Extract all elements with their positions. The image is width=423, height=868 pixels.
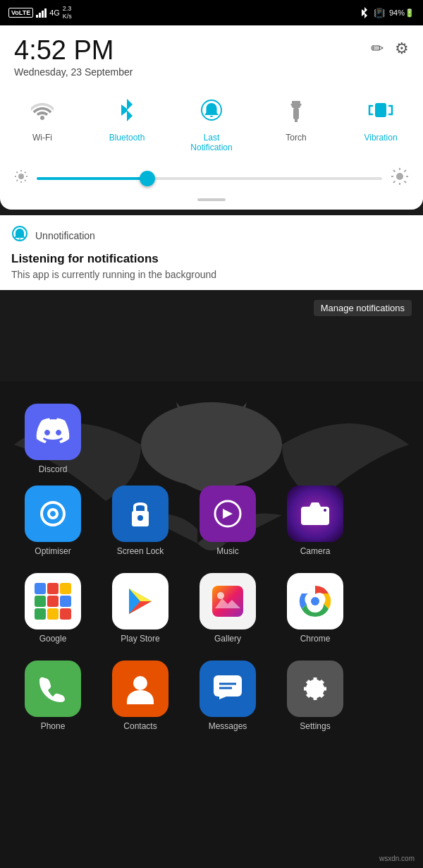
app-row-3: Google Play Store	[14, 573, 409, 644]
chrome-label: Chrome	[300, 634, 331, 644]
svg-point-2	[137, 515, 143, 521]
lastnotification-label: Last Notification	[190, 133, 232, 153]
svg-rect-17	[214, 675, 242, 697]
svg-rect-21	[292, 101, 300, 104]
app-screenlock[interactable]: Screen Lock	[102, 486, 179, 556]
gallery-label: Gallery	[214, 634, 241, 644]
gallery-icon	[200, 573, 256, 629]
music-icon	[200, 486, 256, 542]
svg-point-16	[133, 676, 147, 690]
qs-datetime: 4:52 PM Wednesday, 23 September	[14, 37, 133, 78]
music-label: Music	[216, 546, 238, 556]
svg-line-39	[393, 181, 396, 183]
google-icon	[25, 573, 81, 629]
qs-drag-handle[interactable]	[197, 198, 226, 201]
qs-action-icons: ✏ ⚙	[371, 40, 409, 58]
contacts-label: Contacts	[123, 721, 157, 731]
svg-line-40	[405, 170, 407, 172]
svg-point-7	[324, 509, 326, 512]
app-row-4: Phone Contacts Messages	[14, 661, 409, 731]
discord-label: Discord	[39, 464, 68, 474]
vibration-label: Vibration	[364, 133, 397, 143]
phone-icon	[25, 661, 81, 717]
app-phone[interactable]: Phone	[14, 661, 92, 731]
torch-toggle-icon	[278, 92, 314, 128]
notif-header: Unnotification	[11, 225, 412, 246]
messages-label: Messages	[209, 721, 247, 731]
manage-notifications-button[interactable]: Manage notifications	[314, 300, 412, 316]
app-messages[interactable]: Messages	[189, 661, 266, 731]
toggle-bluetooth[interactable]: Bluetooth	[99, 92, 155, 143]
qs-header: 4:52 PM Wednesday, 23 September ✏ ⚙	[14, 37, 409, 78]
vibration-toggle-icon	[362, 92, 399, 128]
svg-line-31	[25, 172, 26, 174]
svg-point-11	[217, 592, 224, 599]
app-google[interactable]: Google	[14, 573, 92, 644]
camera-icon	[287, 486, 343, 542]
brightness-thumb[interactable]	[140, 171, 155, 186]
app-grid: Discord Optimiser Screen Lock	[0, 404, 423, 748]
network-type: 4G	[49, 8, 60, 17]
qs-date: Wednesday, 23 September	[14, 66, 133, 78]
status-bar: VoLTE 4G 2.3 K/s 📳 94%🔋	[0, 0, 423, 25]
app-playstore[interactable]: Play Store	[102, 573, 179, 644]
notification-panel: 4:52 PM Wednesday, 23 September ✏ ⚙	[0, 25, 423, 316]
svg-rect-22	[375, 103, 386, 117]
phone-label: Phone	[41, 721, 66, 731]
vibration-status-icon: 📳	[374, 8, 385, 18]
svg-line-28	[17, 172, 18, 174]
data-speed: 2.3 K/s	[63, 5, 72, 20]
optimiser-label: Optimiser	[35, 546, 70, 556]
screenlock-icon	[112, 486, 168, 542]
battery-icon: 94%🔋	[389, 8, 415, 18]
brightness-high-icon	[391, 167, 409, 190]
status-bar-left: VoLTE 4G 2.3 K/s	[8, 5, 72, 20]
svg-rect-10	[212, 586, 243, 617]
svg-line-38	[405, 181, 407, 183]
app-chrome[interactable]: Chrome	[276, 573, 354, 644]
contacts-icon	[112, 661, 168, 717]
notif-title: Listening for notifications	[11, 252, 412, 266]
bluetooth-label: Bluetooth	[109, 133, 145, 143]
settings-icon[interactable]: ⚙	[395, 40, 409, 58]
app-music[interactable]: Music	[189, 486, 266, 556]
notif-app-name: Unnotification	[35, 230, 95, 241]
brightness-row	[14, 167, 409, 190]
svg-point-23	[18, 174, 24, 179]
app-settings[interactable]: Settings	[276, 661, 354, 731]
notif-description: This app is currently running in the bac…	[11, 269, 412, 280]
app-optimiser[interactable]: Optimiser	[14, 486, 92, 556]
watermark: wsxdn.com	[379, 855, 415, 862]
svg-line-29	[25, 180, 26, 181]
svg-point-15	[311, 597, 319, 605]
manage-notifications-row: Manage notifications	[0, 296, 423, 316]
app-row-1: Discord	[14, 404, 409, 474]
app-camera[interactable]: Camera	[276, 486, 354, 556]
edit-icon[interactable]: ✏	[371, 40, 384, 58]
toggle-wifi[interactable]: Wi-Fi	[14, 92, 70, 143]
chrome-icon	[287, 573, 343, 629]
bluetooth-status-icon	[360, 7, 369, 18]
toggle-torch[interactable]: Torch	[268, 92, 324, 143]
app-discord[interactable]: Discord	[14, 404, 92, 474]
torch-label: Torch	[286, 133, 306, 143]
notification-card: Unnotification Listening for notificatio…	[0, 215, 423, 290]
svg-line-37	[393, 170, 396, 172]
signal-bars	[36, 8, 47, 18]
google-label: Google	[39, 634, 67, 644]
wifi-toggle-icon	[24, 92, 61, 128]
discord-icon	[25, 404, 81, 460]
app-contacts[interactable]: Contacts	[102, 661, 179, 731]
svg-line-30	[17, 180, 18, 181]
toggle-vibration[interactable]: Vibration	[352, 92, 409, 143]
volte-badge: VoLTE	[8, 8, 33, 18]
playstore-icon	[112, 573, 168, 629]
notif-app-icon	[11, 225, 28, 246]
app-gallery[interactable]: Gallery	[189, 573, 266, 644]
toggle-lastnotification[interactable]: Last Notification	[183, 92, 240, 153]
settings-app-label: Settings	[300, 721, 330, 731]
svg-point-32	[396, 173, 403, 180]
messages-icon	[200, 661, 256, 717]
quick-toggles-row: Wi-Fi Bluetooth	[14, 92, 409, 153]
brightness-slider[interactable]	[37, 177, 382, 180]
